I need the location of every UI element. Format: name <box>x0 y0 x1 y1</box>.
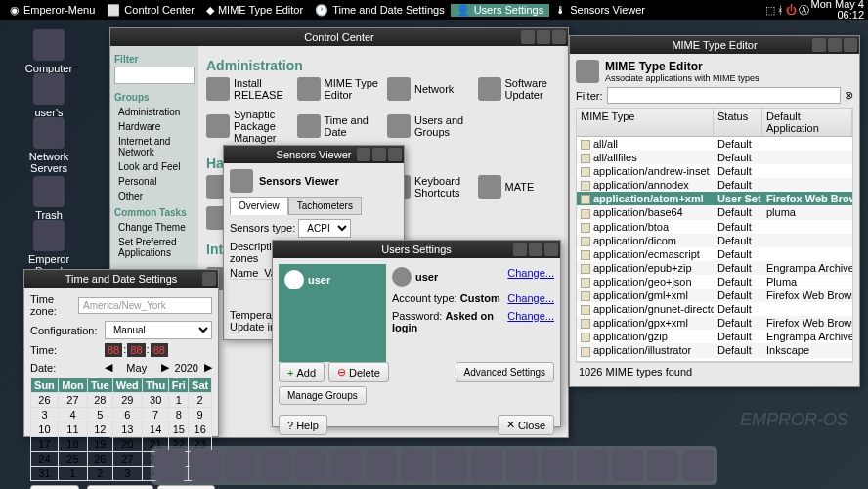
mime-row[interactable]: application/gpx+xmlDefaultFirefox Web Br… <box>577 316 852 330</box>
calendar-day[interactable]: 24 <box>31 452 59 467</box>
calendar-day[interactable]: 12 <box>87 422 112 437</box>
calendar-day[interactable]: 16 <box>189 422 212 437</box>
cc-item[interactable]: Software Updater <box>478 77 561 101</box>
cc-item[interactable]: Install RELEASE <box>206 77 289 101</box>
taskbar-item-active[interactable]: 👤Users Settings <box>451 4 550 17</box>
taskbar-item[interactable]: 🌡Sensors Viewer <box>549 4 651 16</box>
calendar-day[interactable]: 3 <box>112 467 143 481</box>
sidebar-item[interactable]: Look and Feel <box>114 159 195 174</box>
dock-item[interactable] <box>506 450 538 481</box>
tab-tachometers[interactable]: Tachometers <box>288 197 362 215</box>
time-digit[interactable]: 88 <box>151 343 168 357</box>
calendar-day[interactable]: 26 <box>31 393 59 408</box>
delete-button[interactable]: ⊖Delete <box>328 362 389 382</box>
minimize-icon[interactable] <box>357 148 370 161</box>
dock-item[interactable] <box>682 450 714 481</box>
user-list[interactable]: user <box>279 264 386 362</box>
taskbar-item[interactable]: ◆MIME Type Editor <box>200 4 309 17</box>
close-icon[interactable] <box>552 30 566 44</box>
mime-row[interactable]: application/annodexDefault <box>577 178 852 192</box>
clock[interactable]: Mon May 406:12 <box>811 0 864 21</box>
calendar-day[interactable]: 6 <box>112 408 143 422</box>
mime-row[interactable]: application/geo+jsonDefaultPluma <box>577 275 852 289</box>
dock-item[interactable] <box>542 450 573 481</box>
tray-icon[interactable]: ⬚ <box>765 4 775 17</box>
mime-row[interactable]: application/gml+xmlDefaultFirefox Web Br… <box>577 289 852 302</box>
mime-row[interactable]: application/btoaDefault <box>577 220 852 234</box>
help-button[interactable]: ?Help <box>279 415 327 435</box>
power-icon[interactable]: ⏻ <box>786 4 797 16</box>
calendar-day[interactable]: 28 <box>87 393 112 408</box>
close-button[interactable]: ✕Close <box>157 485 214 489</box>
mime-row[interactable]: application/gnunet-directoryDefault <box>577 302 852 316</box>
dock-item[interactable] <box>612 450 643 481</box>
minimize-icon[interactable] <box>521 30 535 44</box>
calendar-day[interactable]: 15 <box>169 422 189 437</box>
taskbar-item[interactable]: 🕐Time and Date Settings <box>309 4 451 17</box>
add-button[interactable]: +Add <box>279 362 325 382</box>
dock-item[interactable] <box>225 450 256 481</box>
col-header[interactable]: Name <box>230 267 258 279</box>
sidebar-item[interactable]: Internet and Network <box>114 134 195 159</box>
titlebar[interactable]: Control Center <box>110 28 568 46</box>
mime-row[interactable]: application/base64Defaultpluma <box>577 205 852 219</box>
close-icon[interactable] <box>202 272 216 286</box>
change-type-link[interactable]: Change... <box>507 292 554 304</box>
close-icon[interactable] <box>844 38 857 52</box>
calendar-day[interactable]: 8 <box>169 408 189 422</box>
col-header[interactable]: MIME Type <box>577 109 714 136</box>
time-digit[interactable]: 88 <box>127 343 145 357</box>
calendar-day[interactable]: 14 <box>143 422 169 437</box>
dock-item[interactable] <box>647 450 678 481</box>
calendar-day[interactable]: 11 <box>58 422 87 437</box>
sidebar-item[interactable]: Administration <box>114 105 195 119</box>
desktop-icon[interactable]: Network Servers <box>20 117 78 174</box>
calendar-day[interactable]: 31 <box>31 467 59 481</box>
calendar-day[interactable]: 19 <box>87 437 112 452</box>
calendar-day[interactable]: 9 <box>189 408 212 422</box>
sidebar-item[interactable]: Set Preferred Applications <box>114 235 195 260</box>
sidebar-item[interactable]: Hardware <box>114 119 195 134</box>
clear-icon[interactable]: ⊗ <box>845 89 853 102</box>
col-header[interactable]: Default Application <box>762 109 852 136</box>
sidebar-item[interactable]: Other <box>114 189 195 203</box>
mime-row[interactable]: application/ecmascriptDefault <box>577 247 852 261</box>
mime-row[interactable]: all/allDefault <box>577 137 852 151</box>
mime-row[interactable]: application/gzipDefaultEngrampa Archive … <box>577 330 852 343</box>
prev-month-icon[interactable]: ◀ <box>105 361 112 374</box>
calendar-day[interactable]: 13 <box>112 422 143 437</box>
sidebar-item[interactable]: Personal <box>114 174 195 189</box>
sensors-type-select[interactable]: ACPI <box>298 219 351 238</box>
mime-row[interactable]: application/dicomDefault <box>577 234 852 247</box>
desktop-icon[interactable]: Trash <box>20 176 78 221</box>
cc-item[interactable]: Users and Groups <box>387 109 470 144</box>
calendar-day[interactable]: 20 <box>112 437 143 452</box>
manage-groups-button[interactable]: Manage Groups <box>279 386 367 405</box>
sidebar-item[interactable]: Change Theme <box>114 220 195 235</box>
close-button[interactable]: ✕Close <box>498 415 554 435</box>
cc-item[interactable]: MATE <box>478 175 561 199</box>
calendar-day[interactable]: 18 <box>58 437 87 452</box>
taskbar-item[interactable]: ⬜Control Center <box>101 4 200 17</box>
mime-row[interactable]: application/illustratorDefaultInkscape <box>577 343 852 357</box>
mime-row[interactable]: application/andrew-insetDefault <box>577 164 852 178</box>
bluetooth-icon[interactable]: ᚼ <box>777 4 784 16</box>
dock-item[interactable] <box>190 450 221 481</box>
titlebar[interactable]: Users Settings <box>273 241 560 258</box>
calendar-day[interactable]: 3 <box>31 408 59 422</box>
dock-item[interactable] <box>295 450 326 481</box>
dock-item[interactable] <box>366 450 397 481</box>
cc-item[interactable]: Network <box>387 77 470 101</box>
advanced-button[interactable]: Advanced Settings <box>456 362 554 382</box>
cc-item[interactable]: MIME Type Editor <box>297 77 380 101</box>
maximize-icon[interactable] <box>537 30 550 44</box>
filter-input[interactable] <box>114 67 195 84</box>
next-month-icon[interactable]: ▶ <box>161 361 169 374</box>
calendar-day[interactable]: 5 <box>87 408 112 422</box>
dock-item[interactable] <box>154 450 186 481</box>
titlebar[interactable]: MIME Type Editor <box>570 36 859 54</box>
mime-row[interactable]: all/allfilesDefault <box>577 151 852 164</box>
calendar-day[interactable]: 30 <box>143 393 169 408</box>
close-icon[interactable] <box>388 148 402 161</box>
close-icon[interactable] <box>544 243 558 256</box>
